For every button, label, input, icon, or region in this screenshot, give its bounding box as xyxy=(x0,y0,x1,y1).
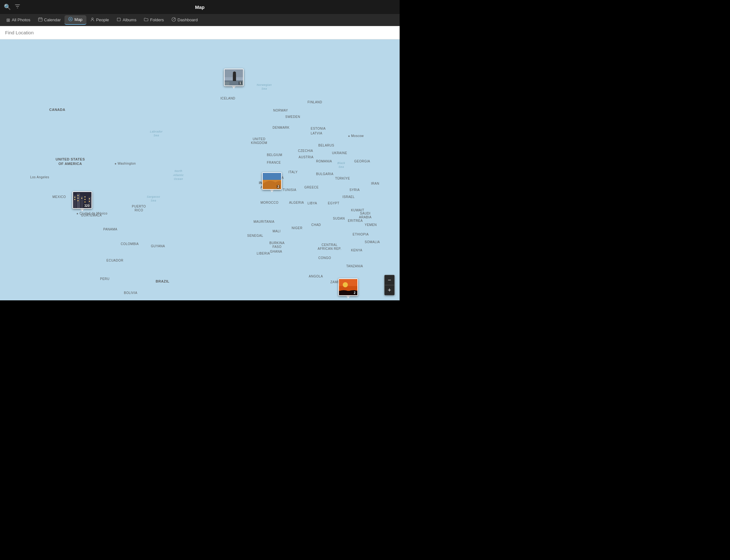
svg-point-38 xyxy=(343,282,348,287)
albums-icon xyxy=(117,17,121,23)
zoom-plus-button[interactable]: + xyxy=(384,285,394,295)
svg-rect-32 xyxy=(89,201,90,202)
nav-all-photos-label: All Photos xyxy=(12,17,31,22)
filter-icon[interactable] xyxy=(15,3,20,11)
people-icon xyxy=(90,17,95,23)
svg-rect-33 xyxy=(85,201,85,202)
nav-dashboard[interactable]: Dashboard xyxy=(168,15,202,25)
svg-rect-34 xyxy=(78,200,78,201)
svg-rect-30 xyxy=(85,199,85,200)
svg-rect-28 xyxy=(81,198,82,199)
svg-point-6 xyxy=(174,19,174,20)
svg-rect-31 xyxy=(89,198,90,199)
pin-pointer-mexico xyxy=(80,209,84,211)
dashboard-icon xyxy=(172,17,176,23)
svg-point-12 xyxy=(233,72,236,75)
svg-rect-0 xyxy=(38,18,42,21)
nav-map-label: Map xyxy=(74,17,82,22)
zoom-controls: − + xyxy=(384,275,394,295)
svg-rect-24 xyxy=(74,197,75,198)
navbar: ⊞ All Photos Calendar Map People Albums … xyxy=(0,14,399,26)
nav-map[interactable]: Map xyxy=(65,15,86,25)
photo-pin-iceland[interactable]: 1 xyxy=(224,69,244,89)
nav-people-label: People xyxy=(96,17,109,22)
map-background xyxy=(0,39,399,300)
pin-count-africa: 2 xyxy=(277,185,280,188)
svg-rect-26 xyxy=(78,195,78,196)
photo-pin-africa[interactable]: 2 xyxy=(262,172,282,192)
svg-rect-4 xyxy=(117,18,120,21)
photo-pin-southafrica[interactable]: 2 xyxy=(338,278,358,298)
svg-rect-29 xyxy=(85,196,85,197)
nav-calendar-label: Calendar xyxy=(44,17,61,22)
svg-point-1 xyxy=(69,17,72,21)
svg-rect-11 xyxy=(233,74,236,81)
search-icon[interactable]: 🔍 xyxy=(4,3,11,10)
nav-all-photos[interactable]: ⊞ All Photos xyxy=(3,15,34,25)
nav-folders[interactable]: Folders xyxy=(140,15,167,25)
nav-calendar[interactable]: Calendar xyxy=(34,15,65,25)
map-container[interactable]: CANADA UNITED STATESOF AMERICA MEXICO GU… xyxy=(0,39,399,300)
zoom-minus-button[interactable]: − xyxy=(384,275,394,285)
search-bar xyxy=(0,26,399,39)
svg-rect-17 xyxy=(263,173,282,180)
pin-pointer-iceland xyxy=(232,86,236,89)
all-photos-icon: ⊞ xyxy=(6,17,10,23)
pin-count-iceland: 1 xyxy=(239,81,242,85)
nav-folders-label: Folders xyxy=(150,17,164,22)
map-icon xyxy=(68,17,73,22)
pin-pointer-africa xyxy=(270,190,274,192)
pin-count-southafrica: 2 xyxy=(353,291,356,295)
folders-icon xyxy=(144,17,148,23)
topbar: 🔍 Map xyxy=(0,0,399,14)
nav-people[interactable]: People xyxy=(86,15,113,25)
photo-pin-mexico[interactable]: 320 xyxy=(72,191,92,211)
calendar-icon xyxy=(38,17,43,23)
location-search-input[interactable] xyxy=(5,30,394,35)
pin-pointer-southafrica xyxy=(346,296,350,298)
pin-count-mexico: 320 xyxy=(84,204,90,208)
nav-albums-label: Albums xyxy=(123,17,136,22)
svg-rect-13 xyxy=(225,82,229,86)
svg-point-2 xyxy=(70,18,71,20)
topbar-title: Map xyxy=(195,4,205,10)
svg-rect-25 xyxy=(74,199,75,200)
nav-dashboard-label: Dashboard xyxy=(178,17,198,22)
svg-rect-37 xyxy=(339,286,358,291)
nav-albums[interactable]: Albums xyxy=(113,15,140,25)
svg-rect-27 xyxy=(78,198,78,199)
svg-point-3 xyxy=(92,18,93,19)
